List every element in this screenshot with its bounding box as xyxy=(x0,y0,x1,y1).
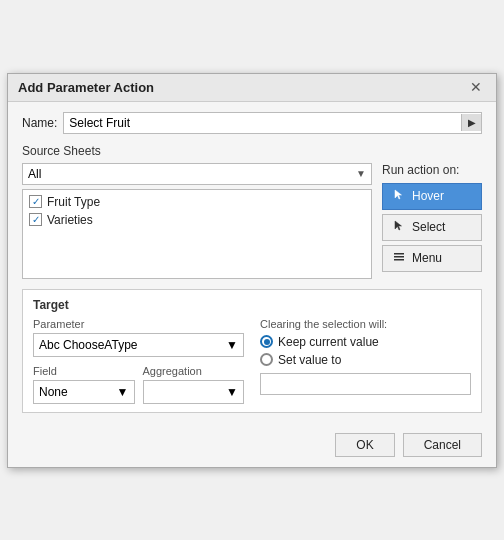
radio-set-label: Set value to xyxy=(278,353,341,367)
list-item: ✓ Fruit Type xyxy=(29,195,365,209)
sheet-label-varieties: Varieties xyxy=(47,213,93,227)
param-dropdown[interactable]: Abc ChooseAType ▼ xyxy=(33,333,244,357)
field-arrow: ▼ xyxy=(117,385,129,399)
clearing-label: Clearing the selection will: xyxy=(260,318,471,330)
hover-icon xyxy=(391,188,407,205)
sheet-label-fruittype: Fruit Type xyxy=(47,195,100,209)
field-aggregation-row: Field None ▼ Aggregation ▼ xyxy=(33,365,244,404)
source-dropdown[interactable]: All ▼ xyxy=(22,163,372,185)
select-label: Select xyxy=(412,220,445,234)
name-arrow-button[interactable]: ▶ xyxy=(461,114,481,131)
source-title: Source Sheets xyxy=(22,144,482,158)
target-section: Target Parameter Abc ChooseAType ▼ Field… xyxy=(22,289,482,413)
menu-icon xyxy=(391,250,407,267)
target-right: Clearing the selection will: Keep curren… xyxy=(260,318,471,404)
select-icon xyxy=(391,219,407,236)
radio-set-icon xyxy=(260,353,273,366)
dialog-title: Add Parameter Action xyxy=(18,80,154,95)
run-action-label: Run action on: xyxy=(382,163,482,177)
param-dropdown-arrow: ▼ xyxy=(226,338,238,352)
radio-keep-icon xyxy=(260,335,273,348)
radio-set-value[interactable]: Set value to xyxy=(260,353,471,367)
title-bar: Add Parameter Action ✕ xyxy=(8,74,496,102)
menu-label: Menu xyxy=(412,251,442,265)
dialog: Add Parameter Action ✕ Name: ▶ Source Sh… xyxy=(7,73,497,468)
field-section: Field None ▼ xyxy=(33,365,135,404)
name-input-wrap: ▶ xyxy=(63,112,482,134)
run-menu-button[interactable]: Menu xyxy=(382,245,482,272)
dialog-body: Name: ▶ Source Sheets All ▼ ✓ Fru xyxy=(8,102,496,425)
target-title: Target xyxy=(33,298,471,312)
agg-section: Aggregation ▼ xyxy=(143,365,245,404)
agg-label: Aggregation xyxy=(143,365,245,377)
field-dropdown[interactable]: None ▼ xyxy=(33,380,135,404)
run-select-button[interactable]: Select xyxy=(382,214,482,241)
close-button[interactable]: ✕ xyxy=(466,80,486,94)
source-dropdown-value: All xyxy=(28,167,41,181)
source-dropdown-arrow: ▼ xyxy=(356,168,366,179)
field-label: Field xyxy=(33,365,135,377)
target-left: Parameter Abc ChooseAType ▼ Field None ▼ xyxy=(33,318,244,404)
radio-keep-label: Keep current value xyxy=(278,335,379,349)
agg-arrow: ▼ xyxy=(226,385,238,399)
source-section: Source Sheets All ▼ ✓ Fruit Type ✓ xyxy=(22,144,482,279)
svg-rect-1 xyxy=(394,256,404,258)
field-value: None xyxy=(39,385,68,399)
name-label: Name: xyxy=(22,116,57,130)
svg-rect-2 xyxy=(394,259,404,261)
name-input[interactable] xyxy=(64,113,461,133)
list-item: ✓ Varieties xyxy=(29,213,365,227)
radio-keep-current[interactable]: Keep current value xyxy=(260,335,471,349)
param-label: Parameter xyxy=(33,318,244,330)
source-content: All ▼ ✓ Fruit Type ✓ Varieties xyxy=(22,163,482,279)
name-row: Name: ▶ xyxy=(22,112,482,134)
target-content: Parameter Abc ChooseAType ▼ Field None ▼ xyxy=(33,318,471,404)
sheets-list: ✓ Fruit Type ✓ Varieties xyxy=(22,189,372,279)
sheet-checkbox-fruittype[interactable]: ✓ xyxy=(29,195,42,208)
ok-button[interactable]: OK xyxy=(335,433,394,457)
hover-label: Hover xyxy=(412,189,444,203)
run-hover-button[interactable]: Hover xyxy=(382,183,482,210)
cancel-button[interactable]: Cancel xyxy=(403,433,482,457)
run-action-panel: Run action on: Hover xyxy=(382,163,482,279)
agg-dropdown[interactable]: ▼ xyxy=(143,380,245,404)
svg-rect-0 xyxy=(394,253,404,255)
set-value-input[interactable] xyxy=(260,373,471,395)
source-left: All ▼ ✓ Fruit Type ✓ Varieties xyxy=(22,163,372,279)
sheet-checkbox-varieties[interactable]: ✓ xyxy=(29,213,42,226)
dialog-footer: OK Cancel xyxy=(8,425,496,467)
param-dropdown-value: Abc ChooseAType xyxy=(39,338,138,352)
